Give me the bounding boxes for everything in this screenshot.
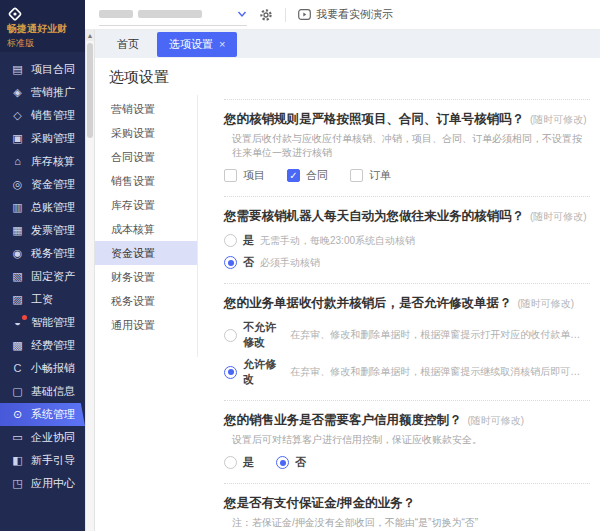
radio-unselected-icon[interactable]: [224, 456, 237, 469]
question-title-text: 您的业务单据收付款并核销后，是否允许修改单据？: [224, 296, 512, 310]
sidebar-item-label: 工资: [31, 292, 53, 307]
checkbox-checked-icon[interactable]: ✓: [287, 169, 300, 182]
radio-option[interactable]: 否必须手动核销: [224, 255, 590, 270]
settings-submenu: 营销设置采购设置合同设置销售设置库存设置成本核算资金设置财务设置税务设置通用设置: [95, 95, 198, 357]
radio-option[interactable]: 是无需手动，每晚23:00系统自动核销: [224, 233, 590, 248]
question-options: 项目✓合同订单: [224, 168, 590, 183]
submenu-item-1[interactable]: 采购设置: [95, 121, 197, 145]
question-allow-edit-after-writeoff: 您的业务单据收付款并核销后，是否允许修改单据？(随时可修改)不允许修改在弃审、修…: [224, 283, 590, 400]
radio-unselected-icon[interactable]: [224, 234, 237, 247]
sidebar-item-project-contract[interactable]: ▤项目合同: [0, 58, 85, 81]
sidebar-item-expense-mgmt[interactable]: ▩经费管理: [0, 334, 85, 357]
sidebar-item-beginner-guide[interactable]: ◧新手引导: [0, 449, 85, 472]
checkbox-option[interactable]: ✓合同: [287, 168, 328, 183]
check-mark-icon: ✓: [289, 171, 297, 181]
sidebar-item-sales-mgmt[interactable]: ◇销售管理: [0, 104, 85, 127]
demo-link[interactable]: 我要看实例演示: [298, 7, 393, 22]
radio-label: 不允许修改: [243, 320, 284, 350]
sidebar-item-label: 税务管理: [31, 246, 75, 261]
radio-label: 否: [243, 255, 254, 270]
sidebar-item-label: 总账管理: [31, 200, 75, 215]
notification-badge: [22, 315, 27, 320]
tab-option-settings[interactable]: 选项设置×: [157, 32, 237, 57]
radio-selected-icon[interactable]: [224, 256, 237, 269]
sidebar-item-purchase-mgmt[interactable]: ▣采购管理: [0, 127, 85, 150]
question-credit-limit-control: 您的销售业务是否需要客户信用额度控制？(随时可修改)设置后可对结算客户进行信用控…: [224, 400, 590, 483]
sidebar-item-label: 资金管理: [31, 177, 75, 192]
radio-label: 是: [243, 455, 254, 470]
question-title: 您需要核销机器人每天自动为您做往来业务的核销吗？(随时可修改): [224, 208, 590, 225]
sidebar-item-payroll[interactable]: ▨工资: [0, 288, 85, 311]
submenu-item-3[interactable]: 销售设置: [95, 169, 197, 193]
submenu-item-9[interactable]: 通用设置: [95, 313, 197, 337]
app-window: 畅捷通好业财 标准版 ▤项目合同◈营销推广◇销售管理▣采购管理⌂库存核算◎资金管…: [0, 0, 600, 531]
submenu-item-2[interactable]: 合同设置: [95, 145, 197, 169]
submenu-item-0[interactable]: 营销设置: [95, 97, 197, 121]
question-desc: 设置后收付款与应收应付单核销、冲销，项目、合同、订单必须相同，不设置按往来单位一…: [224, 132, 590, 160]
sidebar-item-enterprise-collab[interactable]: ▭企业协同: [0, 426, 85, 449]
checkbox-option[interactable]: 订单: [350, 168, 391, 183]
question-title-text: 您的核销规则是严格按照项目、合同、订单号核销吗？: [224, 112, 524, 126]
sidebar-item-label: 库存核算: [31, 154, 75, 169]
submenu-item-7[interactable]: 财务设置: [95, 265, 197, 289]
radio-unselected-icon[interactable]: [224, 329, 237, 342]
sidebar-item-tax-mgmt[interactable]: ◉税务管理: [0, 242, 85, 265]
radio-option[interactable]: 不允许修改在弃审、修改和删除单据时，根据弹窗提示打开对应的收付款单，取消核销后，…: [224, 320, 590, 350]
question-title-text: 您需要核销机器人每天自动为您做往来业务的核销吗？: [224, 209, 524, 223]
radio-selected-icon[interactable]: [224, 366, 237, 379]
sidebar-item-inventory-accounting[interactable]: ⌂库存核算: [0, 150, 85, 173]
enterprise-collab-icon: ▭: [10, 432, 25, 443]
radio-option[interactable]: 否: [276, 455, 306, 470]
question-hint: (随时可修改): [530, 211, 587, 222]
scroll-up-arrow-icon[interactable]: ▲: [86, 30, 94, 41]
sidebar-item-base-info[interactable]: ▢基础信息: [0, 380, 85, 403]
sidebar-item-marketing-promo[interactable]: ◈营销推广: [0, 81, 85, 104]
tab-label: 选项设置: [169, 37, 213, 52]
submenu-item-6[interactable]: 资金设置: [95, 241, 197, 265]
sidebar-item-label: 销售管理: [31, 108, 75, 123]
beginner-guide-icon: ◧: [10, 455, 25, 466]
checkbox-option[interactable]: 项目: [224, 168, 265, 183]
checkbox-unchecked-icon[interactable]: [350, 169, 363, 182]
sidebar-item-smart-mgmt[interactable]: ◒智能管理: [0, 311, 85, 334]
app-logo-edition: 标准版: [7, 37, 80, 50]
scrollbar-thumb[interactable]: [87, 43, 93, 138]
sidebar-scrollbar[interactable]: ▲: [85, 30, 95, 531]
submenu-item-4[interactable]: 库存设置: [95, 193, 197, 217]
brand-diamond-icon: [7, 6, 23, 22]
sidebar-item-label: 营销推广: [31, 85, 75, 100]
sidebar-item-general-ledger[interactable]: ▥总账管理: [0, 196, 85, 219]
radio-option[interactable]: 是: [224, 455, 254, 470]
inventory-accounting-icon: ⌂: [10, 156, 25, 167]
submenu-item-8[interactable]: 税务设置: [95, 289, 197, 313]
question-options: 不允许修改在弃审、修改和删除单据时，根据弹窗提示打开对应的收付款单，取消核销后，…: [224, 320, 590, 387]
page-title: 选项设置: [109, 68, 600, 87]
sidebar-item-fixed-assets[interactable]: ▧固定资产: [0, 265, 85, 288]
settings-gear-icon[interactable]: [259, 8, 273, 22]
sidebar-item-label: 应用中心: [31, 476, 75, 491]
question-pay-deposit: 您是否有支付保证金/押金的业务？注：若保证金/押金没有全部收回，不能由“是”切换…: [224, 483, 590, 531]
payroll-icon: ▨: [10, 294, 25, 305]
radio-option[interactable]: 允许修改在弃审、修改和删除单据时，根据弹窗提示继续取消核销后即可完成操作: [224, 357, 590, 387]
sidebar-item-xiaochang-reimburse[interactable]: C小畅报销: [0, 357, 85, 380]
radio-note: 在弃审、修改和删除单据时，根据弹窗提示继续取消核销后即可完成操作: [290, 365, 590, 379]
sidebar-item-system-mgmt[interactable]: ⊙系统管理: [0, 403, 85, 426]
sidebar-item-funds-mgmt[interactable]: ◎资金管理: [0, 173, 85, 196]
topbar-divider: [285, 8, 286, 22]
demo-link-label: 我要看实例演示: [316, 7, 393, 22]
radio-selected-icon[interactable]: [276, 456, 289, 469]
sidebar-item-app-center[interactable]: ◳应用中心: [0, 472, 85, 495]
sidebar-item-invoice-mgmt[interactable]: ▦发票管理: [0, 219, 85, 242]
question-desc: 注：若保证金/押金没有全部收回，不能由“是”切换为“否”: [224, 516, 590, 530]
checkbox-label: 合同: [306, 168, 328, 183]
tab-home[interactable]: 首页: [105, 32, 151, 57]
sidebar-item-label: 固定资产: [31, 269, 75, 284]
question-title-text: 您的销售业务是否需要客户信用额度控制？: [224, 413, 462, 427]
sidebar-item-label: 采购管理: [31, 131, 75, 146]
submenu-item-5[interactable]: 成本核算: [95, 217, 197, 241]
checkbox-unchecked-icon[interactable]: [224, 169, 237, 182]
radio-label: 允许修改: [243, 357, 284, 387]
company-selector[interactable]: [99, 4, 247, 26]
tab-close-icon[interactable]: ×: [219, 39, 225, 50]
sidebar-item-label: 新手引导: [31, 453, 75, 468]
